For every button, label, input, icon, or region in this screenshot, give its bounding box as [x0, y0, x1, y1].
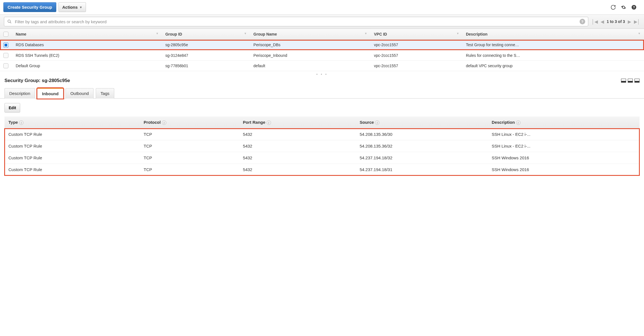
info-icon[interactable]: i	[267, 120, 271, 125]
actions-label: Actions	[62, 5, 78, 10]
security-groups-table: Name▼ Group ID▼ Group Name▼ VPC ID▼ Desc…	[0, 29, 644, 71]
pager-next-icon[interactable]: ▶	[628, 19, 631, 24]
layout-toggle	[621, 79, 640, 83]
cell-rule-protocol: TCP	[140, 129, 239, 140]
cell-rule-description: SSH Windows 2016	[488, 152, 640, 164]
tab-description[interactable]: Description	[4, 88, 35, 99]
tab-body-inbound: Edit Typei Protocoli Port Rangei Sourcei…	[0, 99, 644, 180]
pager: │◀ ◀ 1 to 3 of 3 ▶ ▶│	[592, 19, 640, 24]
row-checkbox[interactable]	[3, 63, 8, 68]
cell-vpc-id: vpc-2ccc1557	[371, 60, 463, 71]
cell-rule-port-range: 5432	[239, 129, 356, 140]
cell-group-name: Periscope_Inbound	[250, 50, 370, 60]
pager-last-icon[interactable]: ▶│	[634, 19, 640, 24]
rule-col-description: Descriptioni	[488, 116, 640, 129]
cell-rule-protocol: TCP	[140, 140, 239, 152]
cell-rule-description: SSH Windows 2016	[488, 164, 640, 176]
row-checkbox[interactable]	[3, 43, 8, 48]
cell-group-name: Periscope_DBs	[250, 40, 370, 50]
row-checkbox[interactable]	[3, 53, 8, 58]
search-input[interactable]	[14, 19, 580, 24]
cell-name: Default Group	[12, 60, 162, 71]
tab-tags[interactable]: Tags	[96, 88, 114, 99]
settings-gear-icon[interactable]	[621, 5, 626, 10]
chevron-down-icon: ▼	[79, 6, 82, 9]
cell-rule-protocol: TCP	[140, 152, 239, 164]
pager-first-icon[interactable]: │◀	[592, 19, 598, 24]
rule-col-protocol: Protocoli	[140, 116, 239, 129]
detail-header: Security Group: sg-2805c95e	[0, 76, 644, 85]
column-vpc-id[interactable]: VPC ID▼	[371, 29, 463, 40]
svg-point-2	[8, 20, 10, 22]
cell-rule-description: SSH Linux - EC2 i-...	[488, 129, 640, 140]
tab-outbound[interactable]: Outbound	[66, 88, 94, 99]
rule-row[interactable]: Custom TCP Rule TCP 5432 54.208.135.36/3…	[4, 140, 640, 152]
rule-row[interactable]: Custom TCP Rule TCP 5432 54.237.194.18/3…	[4, 164, 640, 176]
search-help-icon[interactable]: ?	[580, 19, 585, 24]
toolbar-right: ?	[610, 4, 641, 10]
column-group-id[interactable]: Group ID▼	[162, 29, 250, 40]
table-row[interactable]: RDS Databases sg-2805c95e Periscope_DBs …	[0, 40, 644, 50]
info-icon[interactable]: i	[516, 120, 521, 125]
search-icon	[7, 19, 12, 24]
column-group-name[interactable]: Group Name▼	[250, 29, 370, 40]
rule-col-type: Typei	[4, 116, 140, 129]
cell-name: RDS SSH Tunnels (EC2)	[12, 50, 162, 60]
rule-col-source: Sourcei	[356, 116, 488, 129]
tab-inbound[interactable]: Inbound	[37, 88, 63, 99]
cell-rule-port-range: 5432	[239, 152, 356, 164]
cell-rule-type: Custom TCP Rule	[4, 164, 140, 176]
cell-rule-source: 54.208.135.36/30	[356, 129, 488, 140]
rule-row[interactable]: Custom TCP Rule TCP 5432 54.237.194.18/3…	[4, 152, 640, 164]
cell-rule-port-range: 5432	[239, 140, 356, 152]
top-toolbar: Create Security Group Actions ▼ ?	[0, 0, 644, 14]
column-select-all[interactable]	[0, 29, 12, 40]
svg-text:?: ?	[633, 5, 635, 9]
pager-text: 1 to 3 of 3	[607, 19, 625, 24]
pager-prev-icon[interactable]: ◀	[601, 19, 604, 24]
cell-rule-type: Custom TCP Rule	[4, 152, 140, 164]
cell-description: default VPC security group	[463, 60, 644, 71]
info-icon[interactable]: i	[162, 120, 166, 125]
search-input-wrap[interactable]: ?	[4, 17, 588, 26]
cell-name: RDS Databases	[12, 40, 162, 50]
layout-option-3-icon[interactable]	[634, 79, 640, 83]
cell-rule-type: Custom TCP Rule	[4, 140, 140, 152]
info-icon[interactable]: i	[19, 120, 24, 125]
cell-description: Rules for connecting to the S…	[463, 50, 644, 60]
create-security-group-button[interactable]: Create Security Group	[3, 2, 56, 12]
refresh-icon[interactable]	[610, 4, 616, 10]
layout-option-2-icon[interactable]	[628, 79, 633, 83]
detail-title: Security Group: sg-2805c95e	[4, 78, 70, 83]
cell-rule-source: 54.237.194.18/31	[356, 164, 488, 176]
info-icon[interactable]: i	[375, 120, 379, 125]
cell-group-name: default	[250, 60, 370, 71]
cell-rule-source: 54.237.194.18/32	[356, 152, 488, 164]
cell-group-id: sg-3124e847	[162, 50, 250, 60]
detail-tabs: Description Inbound Outbound Tags	[0, 88, 644, 99]
splitter-handle[interactable]: ● ● ●	[0, 71, 644, 76]
cell-group-id: sg-2805c95e	[162, 40, 250, 50]
svg-line-3	[10, 22, 11, 23]
column-name[interactable]: Name▼	[12, 29, 162, 40]
edit-rules-button[interactable]: Edit	[4, 103, 20, 113]
filter-bar: ? │◀ ◀ 1 to 3 of 3 ▶ ▶│	[0, 14, 644, 29]
cell-rule-description: SSH Linux - EC2 i-...	[488, 140, 640, 152]
cell-rule-protocol: TCP	[140, 164, 239, 176]
cell-description: Test Group for testing conne…	[463, 40, 644, 50]
cell-group-id: sg-77856b01	[162, 60, 250, 71]
table-row[interactable]: Default Group sg-77856b01 default vpc-2c…	[0, 60, 644, 71]
rule-col-port-range: Port Rangei	[239, 116, 356, 129]
layout-option-1-icon[interactable]	[621, 79, 626, 83]
help-icon[interactable]: ?	[631, 4, 637, 10]
column-description[interactable]: Description▼	[463, 29, 644, 40]
cell-rule-port-range: 5432	[239, 164, 356, 176]
table-row[interactable]: RDS SSH Tunnels (EC2) sg-3124e847 Perisc…	[0, 50, 644, 60]
cell-rule-type: Custom TCP Rule	[4, 129, 140, 140]
actions-dropdown-button[interactable]: Actions ▼	[59, 2, 86, 12]
inbound-rules-table: Typei Protocoli Port Rangei Sourcei Desc…	[4, 116, 640, 176]
cell-vpc-id: vpc-2ccc1557	[371, 50, 463, 60]
rule-row[interactable]: Custom TCP Rule TCP 5432 54.208.135.36/3…	[4, 129, 640, 140]
cell-vpc-id: vpc-2ccc1557	[371, 40, 463, 50]
cell-rule-source: 54.208.135.36/32	[356, 140, 488, 152]
